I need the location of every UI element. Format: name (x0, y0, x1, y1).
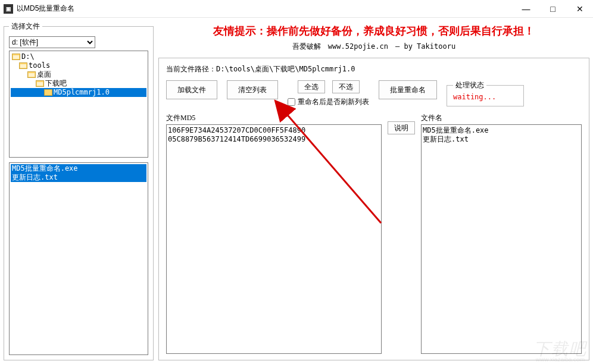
folder-icon (44, 89, 52, 96)
drive-select[interactable]: d: [软件] (9, 36, 95, 48)
explain-button[interactable]: 说明 (388, 121, 415, 134)
select-none-button[interactable]: 不选 (332, 80, 360, 93)
folder-open-icon (12, 54, 20, 60)
list-item[interactable]: MD5批量重命名.exe (423, 126, 580, 135)
list-item[interactable]: 106F9E734A24537207CD0C00FF5F4890 (168, 126, 380, 135)
list-item[interactable]: 05C8879B563712414TD6699036532499 (168, 135, 380, 144)
md5-list[interactable]: 106F9E734A24537207CD0C00FF5F4890 05C8879… (166, 124, 382, 354)
maximize-button[interactable]: □ (539, 0, 566, 18)
file-select-group: 选择文件 d: [软件] D:\ tools 桌面 下载吧 MD5plcmmrj… (4, 21, 154, 360)
refresh-checkbox[interactable] (288, 98, 295, 106)
file-list[interactable]: MD5批量重命名.exe 更新日志.txt (9, 162, 148, 355)
status-legend: 处理状态 (453, 80, 486, 90)
status-text: waiting... (453, 93, 496, 101)
load-files-button[interactable]: 加载文件 (166, 80, 217, 99)
window-controls: — □ ✕ (513, 0, 593, 18)
batch-rename-button[interactable]: 批量重命名 (379, 80, 437, 99)
select-all-button[interactable]: 全选 (298, 80, 325, 93)
md5-list-label: 文件MD5 (166, 113, 382, 123)
close-button[interactable]: ✕ (566, 0, 593, 18)
clear-list-button[interactable]: 清空列表 (227, 80, 278, 99)
refresh-checkbox-label[interactable]: 重命名后是否刷新列表 (288, 97, 369, 107)
folder-tree[interactable]: D:\ tools 桌面 下载吧 MD5plcmmrj1.0 (9, 51, 148, 158)
status-group: 处理状态 waiting... (447, 80, 524, 106)
list-item[interactable]: 更新日志.txt (11, 173, 146, 182)
credits-text: 吾爱破解 www.52pojie.cn – by Takitooru (158, 42, 589, 52)
filename-list[interactable]: MD5批量重命名.exe 更新日志.txt (421, 124, 582, 354)
filename-list-label: 文件名 (421, 113, 582, 123)
folder-open-icon (19, 62, 27, 69)
titlebar: ▣ 以MD5批量重命名 — □ ✕ (0, 0, 593, 18)
warning-text: 友情提示：操作前先做好备份，养成良好习惯，否则后果自行承担！ (158, 24, 589, 38)
tree-node[interactable]: tools (11, 61, 146, 70)
file-select-legend: 选择文件 (9, 21, 42, 32)
app-icon: ▣ (4, 4, 13, 14)
tree-node[interactable]: 桌面 (11, 70, 146, 79)
content-frame: 当前文件路径：D:\tools\桌面\下载吧\MD5plcmmrj1.0 加载文… (158, 58, 589, 360)
minimize-button[interactable]: — (513, 0, 539, 18)
list-item[interactable]: MD5批量重命名.exe (11, 164, 146, 173)
watermark-sub: www.xiazaiba.com (536, 356, 585, 363)
window-title: 以MD5批量重命名 (17, 4, 513, 14)
list-item[interactable]: 更新日志.txt (423, 135, 580, 144)
folder-open-icon (36, 80, 44, 87)
tree-node-selected[interactable]: MD5plcmmrj1.0 (11, 88, 146, 97)
tree-node[interactable]: 下载吧 (11, 79, 146, 88)
current-path: 当前文件路径：D:\tools\桌面\下载吧\MD5plcmmrj1.0 (166, 64, 582, 74)
folder-open-icon (27, 71, 36, 78)
tree-node[interactable]: D:\ (11, 52, 146, 61)
